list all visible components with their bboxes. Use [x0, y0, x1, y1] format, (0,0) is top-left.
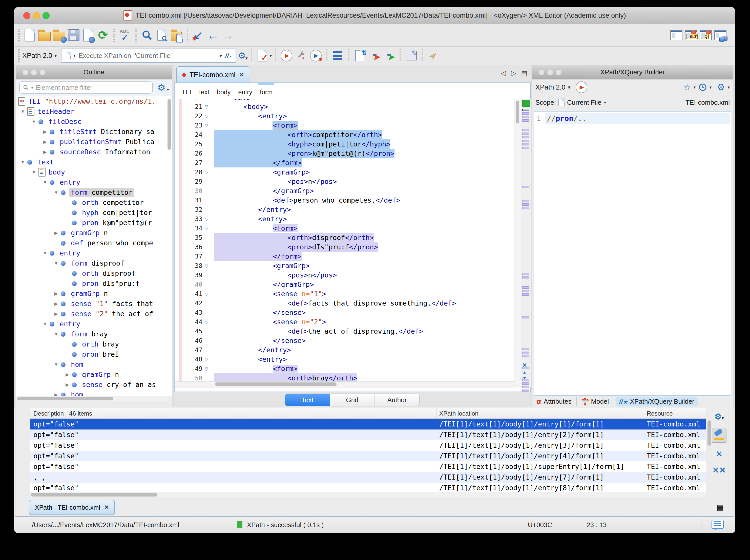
spell-check-button[interactable]: ABC✓ — [118, 28, 132, 42]
outline-item-form[interactable]: ▼form disproof — [16, 258, 172, 268]
reset-layout-button[interactable] — [669, 28, 684, 42]
code-line-34[interactable]: 34▽<form> — [175, 224, 514, 233]
outline-item-label[interactable]: pron breI — [80, 350, 120, 359]
outline-item-hyph[interactable]: hyph com|peti|tor — [16, 208, 172, 218]
code-line-43[interactable]: 43</sense> — [175, 308, 514, 317]
outline-item-titleStmt[interactable]: ▶titleStmt Dictionary sa — [16, 127, 172, 137]
overview-ruler[interactable]: ✕ ▲ ▼ — [521, 99, 531, 387]
outline-item-gramGrp[interactable]: ▶gramGrp n — [16, 369, 172, 380]
debug-xquery-button[interactable]: XQ — [698, 28, 713, 42]
outline-item-label[interactable]: gramGrp n — [69, 289, 109, 298]
tree-collapse-arrow-icon[interactable]: ▼ — [40, 180, 50, 185]
outline-item-label[interactable]: hom — [69, 391, 85, 396]
panel-minimize-icon[interactable] — [547, 69, 553, 75]
last-modification-button[interactable]: ↙✱ — [191, 28, 206, 42]
code-line-26[interactable]: 26<pron>k@m"petit@(r)</pron> — [175, 149, 514, 158]
outline-item-label[interactable]: gramGrp n — [69, 229, 109, 237]
fold-marker-icon[interactable]: ▽ — [205, 112, 208, 121]
outline-item-label[interactable]: pron dIs"pru:f — [80, 279, 141, 288]
tree-collapse-arrow-icon[interactable]: ▼ — [18, 160, 27, 165]
tree-collapse-arrow-icon[interactable]: ▼ — [52, 362, 61, 367]
tree-expand-arrow-icon[interactable]: ▶ — [40, 129, 50, 135]
outline-item-entry[interactable]: ▼entry — [16, 177, 172, 187]
editor-horizontal-scrollbar[interactable] — [175, 381, 514, 388]
fold-marker-icon[interactable]: ▽ — [205, 355, 208, 364]
code-line-45[interactable]: 45<def>the act of disproving.</def> — [175, 326, 514, 336]
outline-item-entry[interactable]: ▼entry — [16, 319, 172, 329]
code-line-24[interactable]: 24<orth>competitor</orth> — [175, 130, 514, 139]
code-line-36[interactable]: 36<pron>dIs"pru:f</pron> — [175, 242, 514, 252]
panel-zoom-icon[interactable] — [39, 69, 45, 75]
next-tab-icon[interactable]: ▷ — [511, 69, 516, 77]
xpath-result-marker[interactable] — [522, 147, 529, 149]
tree-expand-arrow-icon[interactable]: ▶ — [40, 149, 50, 155]
notifications-icon[interactable] — [712, 520, 724, 529]
code-line-40[interactable]: 40</gramGrp> — [175, 280, 514, 289]
xpath-settings-button[interactable]: ⚙▾ — [236, 48, 248, 63]
back-button[interactable]: ← — [206, 28, 220, 42]
code-line-23[interactable]: 23▽<form> — [175, 121, 514, 130]
reload-button[interactable]: ⟳ — [96, 28, 110, 42]
breadcrumb-item-text[interactable]: text — [199, 88, 209, 96]
tree-expand-arrow-icon[interactable]: ▶ — [52, 301, 61, 306]
history-clock-icon[interactable] — [698, 83, 707, 92]
outline-item-pron[interactable]: pron breI — [16, 349, 172, 359]
tree-collapse-arrow-icon[interactable]: ▼ — [18, 109, 27, 114]
code-line-35[interactable]: 35<orth>disproof</orth> — [175, 233, 514, 242]
outline-item-label[interactable]: entry — [58, 178, 82, 187]
resource-column-header[interactable]: Resource — [647, 410, 673, 417]
xpath-star-icon[interactable]: //⋆ — [225, 52, 232, 60]
code-line-28[interactable]: 28▽<gramGrp> — [175, 167, 514, 177]
execute-xpath-button[interactable]: ▶ — [576, 81, 587, 93]
result-row[interactable]: opt="false"/TEI[1]/text[1]/body[1]/super… — [30, 461, 706, 472]
fold-marker-icon[interactable]: ▽ — [205, 317, 208, 327]
code-line-44[interactable]: 44▽<sense n="2"> — [175, 317, 514, 326]
panel-zoom-icon[interactable] — [556, 69, 562, 75]
outline-item-label[interactable]: entry — [58, 320, 82, 328]
outline-item-teiHeader[interactable]: ▼teiHeader — [16, 106, 172, 117]
xpath-result-marker[interactable] — [522, 109, 529, 111]
validate-button[interactable]: ✓ — [255, 48, 270, 63]
execute-xpath-combo[interactable]: ▾ Execute XPath on 'Current File' ▾ //⋆ — [61, 48, 236, 63]
chevron-down-icon[interactable]: ▾ — [54, 53, 57, 59]
results-table-header[interactable]: Description - 46 items XPath location Re… — [30, 408, 706, 419]
external-tools-button[interactable]: ➢ — [426, 48, 440, 63]
outline-item-body[interactable]: ▼body — [16, 167, 172, 177]
panel-list-icon[interactable]: ▤ — [716, 503, 724, 512]
builder-tab-xpath[interactable]: //★XPath/XQuery Builder — [616, 397, 698, 406]
save-to-url-button[interactable] — [81, 28, 96, 42]
code-line-41[interactable]: 41▽<sense n="1"> — [175, 289, 514, 298]
outline-item-orth[interactable]: orth bray — [16, 339, 172, 349]
chevron-down-icon[interactable]: ▾ — [604, 100, 606, 105]
outline-item-label[interactable]: gramGrp n — [80, 370, 120, 379]
outline-item-sense[interactable]: ▶sense "1" facts that — [16, 299, 172, 309]
xpath-result-marker[interactable] — [522, 143, 529, 145]
mode-button-text[interactable]: Text — [285, 394, 330, 406]
debug-scenario-button[interactable]: ▶✱ — [309, 48, 323, 63]
outline-item-fileDesc[interactable]: ▼fileDesc — [16, 117, 172, 127]
close-tab-icon[interactable]: ✕ — [239, 71, 244, 78]
breadcrumb-item-entry[interactable]: entry — [238, 88, 252, 96]
tree-expand-arrow-icon[interactable]: ▶ — [52, 392, 61, 396]
scrollbar-thumb[interactable] — [31, 493, 157, 497]
outline-item-orth[interactable]: orth competitor — [16, 198, 172, 208]
outline-item-label[interactable]: hom — [69, 360, 85, 369]
outline-item-label[interactable]: titleStmt Dictionary sa — [58, 127, 156, 136]
code-line-25[interactable]: 25<hyph>com|peti|tor</hyph> — [175, 139, 514, 149]
panel-close-icon[interactable] — [22, 69, 28, 75]
outline-item-label[interactable]: pron k@m"petit@(r — [80, 219, 153, 227]
xpath-result-marker[interactable] — [522, 200, 529, 202]
xpath-engine-label[interactable]: XPath 2.0 — [22, 52, 52, 60]
configure-transformation-button[interactable] — [294, 48, 309, 63]
xpath-expression-editor[interactable]: 1 //pron/.. — [534, 111, 731, 396]
title-bar[interactable]: TEI-combo.xml [/Users/ttasovac/Developme… — [14, 7, 735, 24]
debug-xslt-button[interactable]: XSLT — [684, 28, 698, 42]
remove-result-button[interactable]: ✕ — [709, 449, 729, 459]
xpath-result-marker[interactable] — [522, 316, 529, 318]
fold-marker-icon[interactable]: ▽ — [205, 121, 208, 130]
mode-button-grid[interactable]: Grid — [330, 394, 375, 406]
outline-item-label[interactable]: hyph com|peti|tor — [80, 208, 153, 217]
outline-item-label[interactable]: publicationStmt Publica — [58, 138, 156, 146]
toolbar-drag-handle[interactable] — [18, 49, 20, 62]
scrollbar-thumb[interactable] — [516, 101, 519, 123]
